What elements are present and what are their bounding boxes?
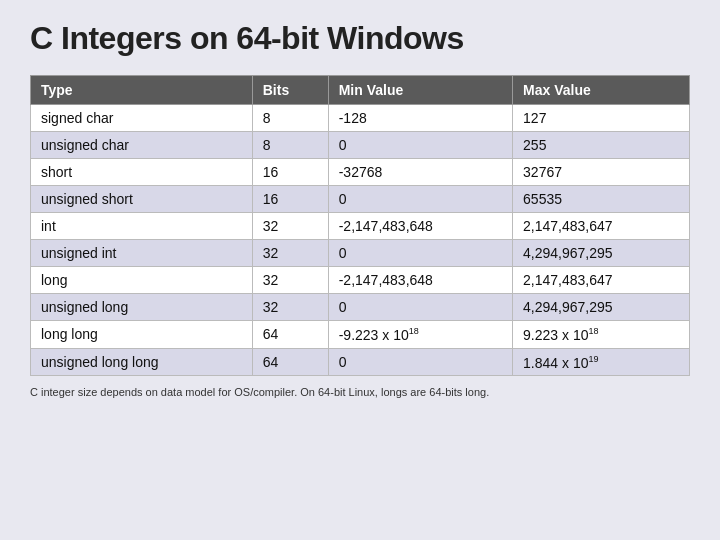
cell-type: unsigned long long xyxy=(31,348,253,376)
table-row: unsigned long3204,294,967,295 xyxy=(31,294,690,321)
page-title: C Integers on 64-bit Windows xyxy=(30,20,690,57)
table-row: unsigned short16065535 xyxy=(31,186,690,213)
cell-max: 127 xyxy=(513,105,690,132)
cell-min: -2,147,483,648 xyxy=(328,267,512,294)
cell-type: short xyxy=(31,159,253,186)
cell-min: -2,147,483,648 xyxy=(328,213,512,240)
cell-bits: 32 xyxy=(252,240,328,267)
cell-min: -32768 xyxy=(328,159,512,186)
cell-bits: 64 xyxy=(252,321,328,349)
cell-bits: 64 xyxy=(252,348,328,376)
cell-type: int xyxy=(31,213,253,240)
cell-type: signed char xyxy=(31,105,253,132)
cell-min: 0 xyxy=(328,186,512,213)
col-header-type: Type xyxy=(31,76,253,105)
table-row: int32-2,147,483,6482,147,483,647 xyxy=(31,213,690,240)
cell-max: 32767 xyxy=(513,159,690,186)
cell-min: 0 xyxy=(328,294,512,321)
cell-max: 1.844 x 1019 xyxy=(513,348,690,376)
table-row: short16-3276832767 xyxy=(31,159,690,186)
table-row: long32-2,147,483,6482,147,483,647 xyxy=(31,267,690,294)
cell-max: 255 xyxy=(513,132,690,159)
cell-max: 2,147,483,647 xyxy=(513,267,690,294)
col-header-max: Max Value xyxy=(513,76,690,105)
cell-max: 65535 xyxy=(513,186,690,213)
cell-type: unsigned int xyxy=(31,240,253,267)
col-header-bits: Bits xyxy=(252,76,328,105)
table-row: long long64-9.223 x 10189.223 x 1018 xyxy=(31,321,690,349)
cell-min: 0 xyxy=(328,240,512,267)
table-row: unsigned long long6401.844 x 1019 xyxy=(31,348,690,376)
col-header-min: Min Value xyxy=(328,76,512,105)
footnote: C integer size depends on data model for… xyxy=(30,386,690,398)
table-row: unsigned char80255 xyxy=(31,132,690,159)
cell-bits: 8 xyxy=(252,132,328,159)
cell-max: 4,294,967,295 xyxy=(513,240,690,267)
cell-bits: 8 xyxy=(252,105,328,132)
table-row: unsigned int3204,294,967,295 xyxy=(31,240,690,267)
cell-type: long long xyxy=(31,321,253,349)
cell-type: unsigned char xyxy=(31,132,253,159)
cell-bits: 16 xyxy=(252,186,328,213)
cell-min: 0 xyxy=(328,348,512,376)
cell-bits: 32 xyxy=(252,294,328,321)
cell-bits: 16 xyxy=(252,159,328,186)
cell-min: -128 xyxy=(328,105,512,132)
cell-max: 2,147,483,647 xyxy=(513,213,690,240)
cell-bits: 32 xyxy=(252,267,328,294)
cell-min: 0 xyxy=(328,132,512,159)
table-row: signed char8-128127 xyxy=(31,105,690,132)
cell-min: -9.223 x 1018 xyxy=(328,321,512,349)
data-table: Type Bits Min Value Max Value signed cha… xyxy=(30,75,690,376)
cell-max: 9.223 x 1018 xyxy=(513,321,690,349)
cell-bits: 32 xyxy=(252,213,328,240)
cell-type: unsigned short xyxy=(31,186,253,213)
cell-type: long xyxy=(31,267,253,294)
cell-type: unsigned long xyxy=(31,294,253,321)
cell-max: 4,294,967,295 xyxy=(513,294,690,321)
